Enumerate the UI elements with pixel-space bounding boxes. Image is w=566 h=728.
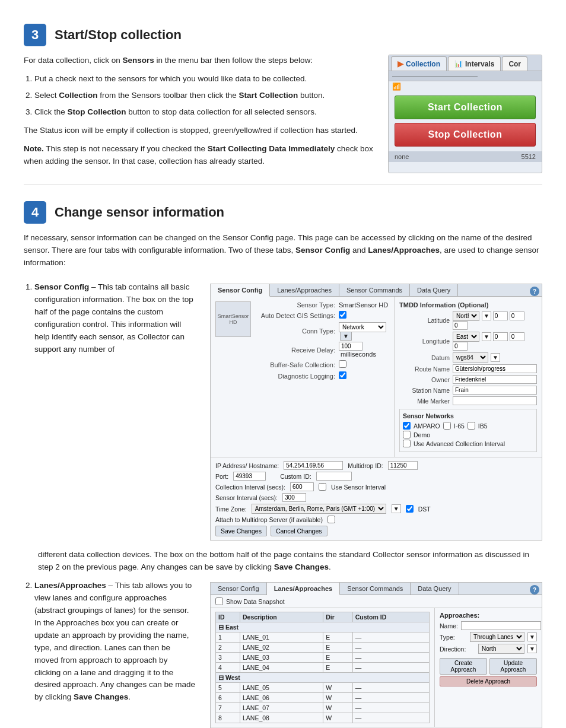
sensor-tab-config[interactable]: Sensor Config (211, 284, 270, 297)
lane-id: 4 (216, 663, 240, 673)
mile-marker-input[interactable] (453, 396, 537, 405)
delete-approach-button[interactable]: Delete Approach (440, 676, 537, 686)
sensor-save-button[interactable]: Save Changes (215, 526, 267, 536)
conn-type-button[interactable]: ▼ (340, 332, 352, 341)
lanes-left: ID Description Dir Custom ID ⊟ East (211, 608, 435, 727)
timezone-select[interactable]: Amsterdam, Berlin, Rome, Paris (GMT +1:0… (252, 504, 386, 514)
panel-subtitle-bar: ———————————————— (389, 71, 542, 81)
stop-collection-button[interactable]: Stop Collection (395, 123, 536, 147)
sensor-tab-commands[interactable]: Sensor Commands (339, 284, 410, 296)
section4-item2-area: Lanes/Approaches – This tab allows you t… (24, 580, 542, 728)
latitude-m-input[interactable] (510, 311, 524, 320)
update-approach-button[interactable]: Update Approach (489, 658, 537, 675)
sensor-tab-lanes[interactable]: Lanes/Approaches (270, 284, 339, 296)
lane-dir: W (323, 713, 353, 723)
lanes-tab-query[interactable]: Data Query (411, 583, 459, 595)
sensor-interval-input[interactable] (282, 493, 306, 502)
longitude-m-input[interactable] (510, 332, 524, 341)
lanes-tab-lanes[interactable]: Lanes/Approaches (267, 583, 340, 595)
section4-title: Change sensor information (55, 205, 224, 220)
collection-buttons: Start Collection Stop Collection (389, 91, 542, 151)
lanes-help-icon[interactable]: ? (530, 585, 539, 595)
dir-spin[interactable]: ▼ (527, 644, 537, 653)
net-ib5-checkbox[interactable] (468, 422, 475, 430)
longitude-s-input[interactable] (453, 342, 468, 351)
multidrop-input[interactable] (388, 461, 418, 470)
lane-desc: LANE_02 (240, 643, 323, 653)
section4-item1-text: Sensor Config – This tab contains all ba… (24, 281, 196, 541)
longitude-dir-select[interactable]: East (453, 332, 479, 342)
receive-delay-value: milliseconds (339, 342, 389, 358)
approaches-title: Approaches: (440, 612, 537, 619)
start-collection-button[interactable]: Start Collection (395, 96, 536, 119)
station-name-input[interactable] (453, 386, 537, 395)
group-east: ⊟ East (216, 622, 430, 632)
latitude-d-input[interactable] (493, 311, 508, 320)
latitude-row: Latitude North ▼ (399, 311, 537, 330)
net-i65-checkbox[interactable] (443, 422, 451, 430)
collection-interval-input[interactable] (290, 482, 314, 491)
net-advanced-checkbox[interactable] (403, 440, 411, 447)
latitude-dir-select[interactable]: North (453, 311, 479, 321)
lon-deg-spin[interactable]: ▼ (482, 332, 491, 341)
attach-checkbox[interactable] (327, 516, 335, 523)
lane-custom: — (352, 683, 429, 693)
panel-footer: none 5512 (389, 151, 542, 162)
receive-delay-input[interactable] (339, 342, 363, 351)
section3-intro: For data collection, click on Sensors in… (24, 55, 374, 67)
diag-logging-checkbox[interactable] (339, 371, 346, 379)
snapshot-checkbox[interactable] (215, 597, 223, 605)
port-input[interactable] (233, 472, 266, 481)
approaches-name-row: Name: (440, 621, 537, 630)
custom-id-input[interactable] (316, 472, 352, 481)
lanes-tab-commands[interactable]: Sensor Commands (340, 583, 411, 595)
auto-detect-checkbox[interactable] (339, 311, 346, 319)
datum-select[interactable]: wgs84 (453, 352, 488, 363)
route-name-label: Route Name (399, 365, 453, 373)
net-amparo-checkbox[interactable] (403, 422, 411, 430)
sensor-tab-query[interactable]: Data Query (410, 284, 458, 296)
create-approach-button[interactable]: Create Approach (440, 658, 487, 675)
sensor-interval-label: Sensor Interval (secs): (215, 494, 278, 501)
tz-spin[interactable]: ▼ (392, 504, 401, 513)
section3-status-note: The Status icon will be empty if collect… (24, 125, 374, 137)
section4-items: Sensor Config – This tab contains all ba… (24, 281, 542, 541)
longitude-value: East ▼ (453, 332, 537, 351)
sensor-cancel-button[interactable]: Cancel Changes (271, 526, 327, 536)
latitude-value: North ▼ (453, 311, 537, 330)
net-demo-checkbox[interactable] (403, 431, 411, 438)
tab-cor[interactable]: Cor (502, 56, 527, 71)
owner-input[interactable] (453, 375, 537, 384)
latitude-s-input[interactable] (453, 321, 468, 330)
longitude-d-input[interactable] (493, 332, 508, 341)
smartsensor-icon: SmartSensor HD (215, 301, 251, 337)
mile-marker-label: Mile Marker (399, 398, 453, 405)
lat-deg-spin[interactable]: ▼ (482, 311, 491, 320)
dst-checkbox[interactable] (406, 505, 414, 513)
sensor-left-form: Sensor Type: SmartSensor HD Auto Detect … (256, 301, 389, 383)
datum-spin[interactable]: ▼ (491, 353, 500, 362)
approaches-name-input[interactable] (461, 621, 541, 630)
tab-intervals[interactable]: 📊 Intervals (448, 56, 501, 71)
approaches-type-select[interactable]: Through Lanes (470, 632, 524, 642)
approaches-dir-label: Direction: (440, 646, 475, 653)
net-demo-label: Demo (414, 431, 430, 438)
lane-custom: — (352, 663, 429, 673)
use-sensor-interval-label: Use Sensor Interval (331, 484, 386, 491)
longitude-label: Longitude (399, 338, 453, 345)
section3-text: For data collection, click on Sensors in… (24, 55, 374, 173)
approaches-dir-select[interactable]: North (478, 644, 524, 654)
ip-input[interactable] (284, 461, 343, 470)
port-label: Port: (215, 473, 228, 480)
buffer-safe-value (339, 360, 389, 369)
conn-type-select[interactable]: Network (339, 322, 386, 332)
use-sensor-interval-checkbox[interactable] (319, 483, 326, 491)
section3-header: 3 Start/Stop collection (24, 24, 542, 46)
station-name-row: Station Name (399, 386, 537, 395)
type-spin[interactable]: ▼ (527, 632, 537, 641)
route-name-input[interactable] (453, 364, 537, 373)
tab-intervals-label: Intervals (465, 60, 494, 68)
buffer-safe-checkbox[interactable] (339, 360, 346, 368)
lanes-tab-config[interactable]: Sensor Config (211, 583, 267, 595)
tab-collection[interactable]: ▶ Collection (391, 56, 447, 71)
